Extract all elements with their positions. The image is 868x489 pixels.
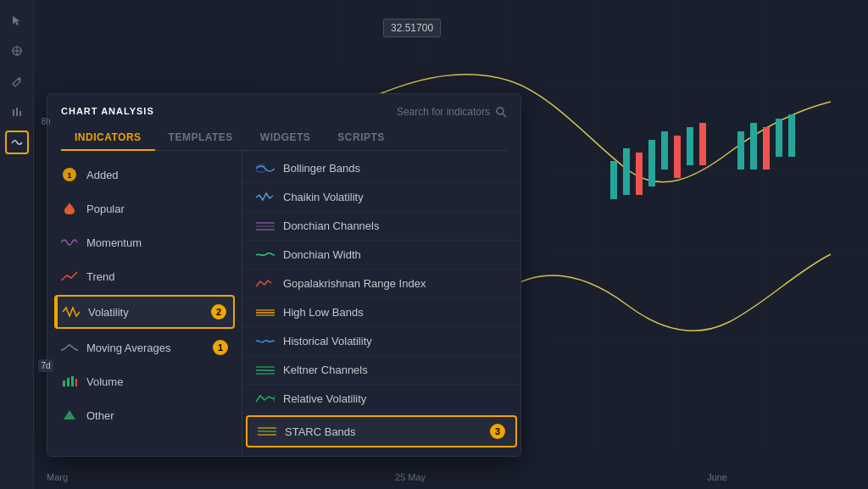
svg-rect-28 — [610, 161, 617, 199]
svg-rect-45 — [16, 108, 18, 116]
panel-header: CHART ANALYSIS Search for indicators IND… — [47, 94, 520, 151]
indicator-kc-label: Keltner Channels — [283, 364, 368, 376]
category-moving-averages-label: Moving Averages — [86, 342, 171, 354]
category-other-label: Other — [86, 409, 114, 422]
trend-icon — [61, 268, 78, 285]
svg-rect-32 — [661, 131, 668, 169]
other-icon — [61, 407, 78, 424]
category-volume[interactable]: Volume — [47, 364, 242, 398]
momentum-icon — [61, 234, 78, 251]
category-momentum[interactable]: Momentum — [47, 225, 242, 259]
bb-icon — [256, 163, 275, 175]
volatility-icon — [63, 303, 80, 320]
svg-text:1: 1 — [67, 171, 71, 180]
time-label-8h[interactable]: 8h — [41, 117, 50, 126]
date-label-june: June — [707, 472, 727, 482]
crosshair-icon[interactable] — [5, 39, 29, 63]
search-icon[interactable] — [495, 106, 507, 118]
category-other[interactable]: Other — [47, 398, 242, 432]
category-trend[interactable]: Trend — [47, 259, 242, 293]
svg-rect-31 — [648, 140, 655, 186]
wave-icon[interactable] — [5, 131, 29, 154]
categories-column: 1 Added Popular Momentum — [47, 151, 242, 456]
indicator-icon[interactable] — [5, 100, 29, 124]
indicator-gopalakrishnan[interactable]: Gopalakrishnan Range Index — [242, 270, 520, 298]
popular-icon — [61, 200, 78, 217]
indicator-high-low-bands[interactable]: High Low Bands — [242, 298, 520, 327]
left-toolbar — [0, 0, 34, 489]
svg-rect-39 — [776, 119, 782, 157]
category-volatility[interactable]: Volatility 2 — [54, 295, 235, 329]
search-area: Search for indicators — [397, 106, 507, 118]
indicator-sb-label: STARC Bands — [285, 425, 356, 438]
category-volume-label: Volume — [86, 375, 123, 388]
tab-indicators[interactable]: INDICATORS — [61, 125, 155, 150]
price-value: 32.51700 — [391, 22, 433, 34]
added-icon: 1 — [61, 166, 78, 183]
svg-marker-55 — [64, 410, 75, 420]
svg-line-48 — [504, 114, 507, 118]
indicator-cv-label: Chaikin Volatility — [283, 191, 364, 203]
hv-icon — [256, 336, 275, 347]
moving-avg-icon — [61, 339, 78, 356]
panel-body: 1 Added Popular Momentum — [47, 151, 520, 456]
svg-rect-44 — [13, 109, 14, 116]
volume-icon — [61, 373, 78, 390]
category-moving-averages[interactable]: Moving Averages 1 — [47, 331, 242, 364]
dw-icon — [256, 249, 275, 261]
search-placeholder: Search for indicators — [397, 106, 490, 118]
price-tag: 32.51700 — [383, 19, 441, 37]
date-labels: 25 May June — [254, 472, 868, 482]
indicator-starc-bands[interactable]: STARC Bands 3 — [246, 415, 517, 447]
sb-icon — [258, 425, 276, 437]
svg-rect-40 — [788, 114, 795, 157]
indicator-hv-label: Historical Volatility — [283, 335, 372, 347]
dc-icon — [256, 220, 275, 232]
category-trend-label: Trend — [86, 270, 114, 283]
volatility-badge: 2 — [211, 304, 226, 320]
gri-icon — [256, 278, 275, 290]
svg-rect-35 — [699, 123, 706, 165]
svg-rect-54 — [75, 379, 77, 386]
indicator-dc-label: Donchian Channels — [283, 219, 379, 232]
category-volatility-label: Volatility — [88, 306, 129, 319]
svg-rect-51 — [63, 381, 65, 386]
category-momentum-label: Momentum — [86, 236, 142, 249]
moving-avg-badge: 1 — [213, 340, 228, 355]
svg-rect-46 — [19, 111, 21, 116]
pencil-icon[interactable] — [5, 69, 29, 93]
category-popular-label: Popular — [86, 203, 125, 215]
chart-analysis-panel: CHART ANALYSIS Search for indicators IND… — [47, 93, 521, 457]
starc-bands-badge: 3 — [490, 424, 505, 439]
cursor-icon[interactable] — [5, 8, 29, 32]
indicator-chaikin-volatility[interactable]: Chaikin Volatility — [242, 183, 520, 212]
category-added[interactable]: 1 Added — [47, 158, 242, 192]
category-popular[interactable]: Popular — [47, 192, 242, 225]
svg-rect-37 — [750, 123, 757, 169]
indicator-relative-volatility[interactable]: Relative Volatility — [242, 385, 520, 414]
indicator-bb-label: Bollinger Bands — [283, 162, 360, 175]
svg-rect-53 — [71, 376, 74, 386]
hlb-icon — [256, 307, 275, 319]
panel-tabs: INDICATORS TEMPLATES WIDGETS SCRIPTS — [61, 125, 507, 151]
svg-rect-36 — [737, 131, 744, 169]
svg-point-47 — [497, 108, 504, 114]
indicator-donchian-width[interactable]: Donchian Width — [242, 241, 520, 270]
rv-icon — [256, 393, 275, 405]
svg-rect-30 — [636, 153, 643, 195]
tab-scripts[interactable]: SCRIPTS — [324, 125, 398, 150]
indicators-column: Bollinger Bands Chaikin Volatility — [242, 151, 520, 456]
indicator-keltner-channels[interactable]: Keltner Channels — [242, 356, 520, 385]
date-label-may: 25 May — [395, 472, 426, 482]
indicator-donchian-channels[interactable]: Donchian Channels — [242, 212, 520, 241]
time-label-7d[interactable]: 7d — [38, 359, 53, 372]
indicator-bollinger-bands[interactable]: Bollinger Bands — [242, 154, 520, 183]
svg-rect-29 — [623, 148, 630, 195]
kc-icon — [256, 364, 275, 376]
svg-rect-34 — [687, 127, 693, 165]
tab-templates[interactable]: TEMPLATES — [155, 125, 247, 150]
category-added-label: Added — [86, 169, 119, 181]
indicator-standard-deviation[interactable]: Standard Deviation — [242, 449, 520, 456]
indicator-historical-volatility[interactable]: Historical Volatility — [242, 327, 520, 356]
tab-widgets[interactable]: WIDGETS — [247, 125, 325, 150]
